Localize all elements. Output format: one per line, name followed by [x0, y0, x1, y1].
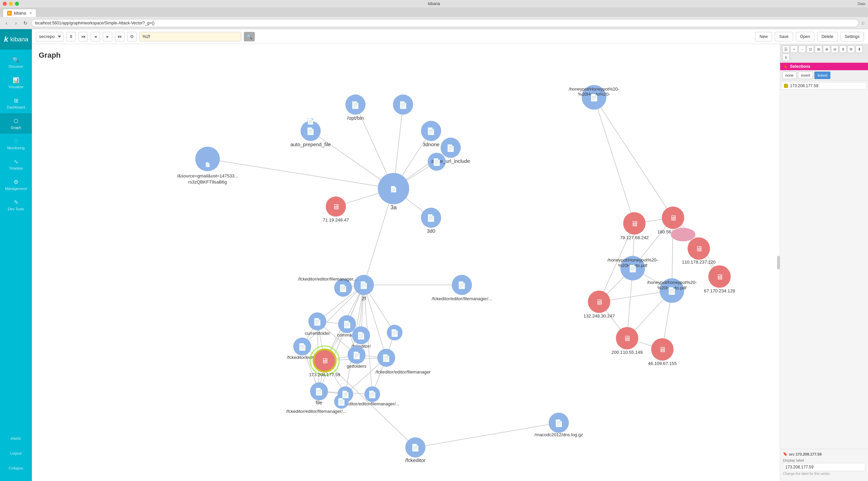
- sidebar: k kibana 🔍 Discover 📊 Visualize ⊞ Dashbo…: [0, 29, 32, 481]
- svg-text:🖥: 🖥: [695, 245, 702, 253]
- svg-text:📄: 📄: [432, 158, 441, 167]
- sidebar-item-visualize[interactable]: 📊 Visualize: [0, 73, 32, 93]
- toolbar-btn-1[interactable]: ⏸: [66, 32, 76, 41]
- refresh-button[interactable]: ↻: [22, 19, 29, 27]
- sidebar-item-dashboard[interactable]: ⊞ Dashboard: [0, 93, 32, 113]
- delete-button[interactable]: Delete: [817, 32, 838, 41]
- svg-text:132.248.30.247: 132.248.30.247: [583, 313, 615, 319]
- svg-text:📄: 📄: [446, 144, 455, 153]
- vertex-prop-display-label: Display label Change the label for this …: [783, 458, 865, 476]
- browser-tab[interactable]: K kibana ✕: [3, 9, 36, 17]
- svg-text:/fckeditor: /fckeditor: [405, 458, 425, 463]
- sidebar-logo[interactable]: k kibana: [0, 29, 32, 50]
- select-linked-button[interactable]: linked: [814, 72, 830, 79]
- user-label: Dale: [857, 2, 865, 6]
- panel-tool-collapse[interactable]: ⊖: [831, 45, 838, 53]
- footer-item-collapse[interactable]: Collapse: [0, 461, 32, 476]
- toolbar-btn-3[interactable]: ◂: [91, 32, 100, 41]
- svg-text:/honeypot/Honeypot%20-: /honeypot/Honeypot%20-: [607, 257, 658, 263]
- sidebar-item-monitoring[interactable]: ♡ Monitoring: [0, 134, 32, 154]
- svg-text:110.178.237.120: 110.178.237.120: [682, 259, 716, 265]
- svg-text:🖥: 🖥: [321, 357, 328, 365]
- address-input[interactable]: [31, 19, 859, 27]
- svg-text:📄: 📄: [359, 281, 368, 290]
- svg-text:currentfolder: currentfolder: [305, 331, 330, 336]
- toolbar-btn-6[interactable]: ⚙: [127, 32, 137, 41]
- app-container: k kibana 🔍 Discover 📊 Visualize ⊞ Dashbo…: [0, 29, 868, 481]
- graph-canvas[interactable]: Graph: [32, 44, 780, 481]
- minimize-button[interactable]: [9, 2, 13, 6]
- svg-text:📄: 📄: [205, 162, 211, 168]
- forward-button[interactable]: ›: [12, 19, 20, 27]
- monitoring-icon: ♡: [14, 138, 18, 145]
- panel-tool-fit[interactable]: ⊡: [807, 45, 814, 53]
- svg-text:auto_prepend_file: auto_prepend_file: [290, 142, 331, 147]
- sidebar-item-management[interactable]: ⚙ Management: [0, 174, 32, 195]
- tab-bar: K kibana ✕: [0, 7, 868, 17]
- search-input[interactable]: [139, 32, 241, 41]
- tab-close-button[interactable]: ✕: [29, 11, 32, 15]
- save-button[interactable]: Save: [775, 32, 793, 41]
- svg-text:📄: 📄: [337, 398, 346, 406]
- selection-color-dot: [784, 84, 788, 88]
- select-none-button[interactable]: none: [782, 72, 796, 79]
- select-invert-button[interactable]: invert: [798, 72, 813, 79]
- toolbar-btn-5[interactable]: ⏭: [115, 32, 124, 41]
- right-panel: ☰ + − ⊡ ⊞ ⊕ ⊖ ⏸ ⚙ ⬇ ℹ 🔖 Selections: [780, 44, 868, 481]
- svg-text:📄: 📄: [313, 318, 322, 326]
- tab-label: kibana: [14, 11, 26, 16]
- main-content: secrepo ⏸ ⏮ ◂ ▸ ⏭ ⚙ 🔍 New Save Open Dele…: [32, 29, 868, 481]
- svg-text:79.127.68.242: 79.127.68.242: [620, 235, 649, 240]
- panel-tool-select[interactable]: ☰: [782, 45, 790, 53]
- sidebar-item-timelion[interactable]: ∿ Timelion: [0, 154, 32, 174]
- list-item[interactable]: 173.208.177.59: [782, 82, 867, 90]
- toolbar-btn-2[interactable]: ⏮: [78, 32, 88, 41]
- footer-item-logout[interactable]: Logout: [0, 446, 32, 461]
- window-title: kibana: [428, 1, 440, 6]
- search-button[interactable]: 🔍: [244, 32, 255, 41]
- logo-text: kibana: [10, 36, 28, 43]
- selections-label: Selections: [790, 64, 810, 69]
- window-controls[interactable]: [3, 2, 19, 6]
- svg-text:📄: 📄: [382, 354, 391, 363]
- panel-tool-settings[interactable]: ⚙: [847, 45, 855, 53]
- maximize-button[interactable]: [15, 2, 19, 6]
- panel-tool-zoom-in[interactable]: +: [790, 45, 798, 53]
- svg-text:getfolders: getfolders: [347, 364, 366, 369]
- sidebar-item-graph[interactable]: ⬡ Graph: [0, 113, 32, 134]
- vertex-prop-value-input[interactable]: [783, 463, 865, 471]
- svg-text:📄: 📄: [426, 214, 436, 223]
- sidebar-item-discover[interactable]: 🔍 Discover: [0, 52, 32, 73]
- panel-tool-pause[interactable]: ⏸: [839, 45, 847, 53]
- devtools-icon: ✎: [14, 199, 18, 206]
- settings-button[interactable]: Settings: [841, 32, 864, 41]
- address-icons: ☆: [861, 20, 865, 26]
- vertex-header-text: src 173.208.177.59: [789, 452, 822, 456]
- svg-text:/fckeditor/editor/filemanager: /fckeditor/editor/filemanager: [375, 369, 431, 374]
- panel-tool-layout[interactable]: ⊞: [815, 45, 822, 53]
- svg-text:📄: 📄: [314, 387, 324, 396]
- node-connector[interactable]: [671, 228, 696, 242]
- back-button[interactable]: ‹: [3, 19, 10, 27]
- svg-text:3d0: 3d0: [427, 228, 435, 234]
- footer-item-elastic[interactable]: elastic: [0, 431, 32, 446]
- svg-text:📄: 📄: [390, 186, 398, 193]
- resize-handle[interactable]: [777, 256, 780, 269]
- svg-text:🖥: 🖥: [670, 214, 677, 222]
- panel-tool-expand[interactable]: ⊕: [823, 45, 830, 53]
- sidebar-item-label-discover: Discover: [9, 64, 23, 69]
- panel-tool-zoom-out[interactable]: −: [798, 45, 806, 53]
- new-button[interactable]: New: [755, 32, 772, 41]
- sidebar-item-devtools[interactable]: ✎ Dev Tools: [0, 195, 32, 215]
- toolbar-btn-4[interactable]: ▸: [103, 32, 112, 41]
- open-button[interactable]: Open: [796, 32, 814, 41]
- panel-tool-export[interactable]: ⬇: [855, 45, 863, 53]
- node-gmail-source[interactable]: [195, 147, 220, 171]
- close-button[interactable]: [3, 2, 7, 6]
- index-select[interactable]: secrepo: [36, 32, 63, 41]
- bookmark-icon[interactable]: ☆: [861, 20, 865, 26]
- panel-tool-info[interactable]: ℹ: [782, 54, 790, 61]
- svg-text:🖥: 🖥: [596, 298, 603, 306]
- sidebar-item-label-dashboard: Dashboard: [7, 105, 25, 109]
- svg-text:46.109.67.155: 46.109.67.155: [648, 361, 677, 366]
